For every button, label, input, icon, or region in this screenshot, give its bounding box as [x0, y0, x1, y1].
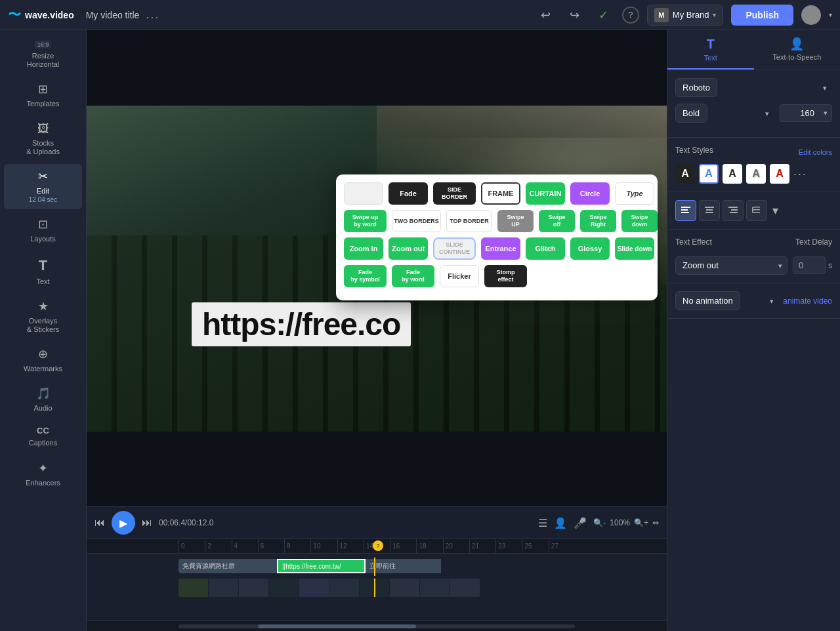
font-family-select[interactable]: Roboto	[675, 78, 717, 97]
skip-back-icon[interactable]: ⏮	[94, 517, 105, 529]
effect-fade-by-symbol[interactable]: Fadeby symbol	[344, 265, 387, 287]
animate-row: No animation animate video	[675, 291, 832, 310]
effect-side-border[interactable]: SIDEBORDER	[433, 182, 476, 205]
sidebar-item-text[interactable]: T Text	[4, 252, 82, 291]
effect-type[interactable]: Type	[615, 182, 654, 205]
sidebar-item-audio[interactable]: 🎵 Audio	[4, 381, 82, 418]
avatar[interactable]	[801, 5, 821, 25]
sidebar-item-watermarks[interactable]: ⊕ Watermarks	[4, 342, 82, 378]
line-spacing-button[interactable]	[746, 200, 767, 221]
animate-video-link[interactable]: animate video	[783, 296, 832, 306]
effect-swipe-off[interactable]: Swipeoff	[539, 210, 575, 232]
tab-text[interactable]: T Text	[667, 30, 754, 70]
canvas-container[interactable]: https://free.co Fade SIDEBORDER FRAME CU…	[87, 30, 667, 506]
effect-curtain[interactable]: CURTAIN	[526, 182, 565, 205]
publish-button[interactable]: Publish	[731, 5, 793, 26]
sidebar-item-stocks[interactable]: 🖼 Stocks& Uploads	[4, 117, 82, 161]
scrollbar-thumb[interactable]	[258, 624, 417, 628]
layouts-icon: ⊡	[38, 217, 48, 232]
effect-swipe-right[interactable]: SwipeRight	[580, 210, 616, 232]
text-seg-3[interactable]: 立即前往	[366, 559, 441, 573]
effect-slide-down[interactable]: Slide down	[615, 237, 654, 260]
effect-swipe-up[interactable]: SwipeUP	[497, 210, 534, 232]
sidebar-item-layouts[interactable]: ⊡ Layouts	[4, 212, 82, 249]
font-size-chevron[interactable]: ▾	[820, 109, 831, 117]
timeline-controls: ⏮ ▶ ⏭ 00:06.4/00:12.0 ☰ 👤 🎤 🔍- 100% 🔍+ ⇔	[87, 507, 667, 539]
edit-colors-link[interactable]: Edit colors	[799, 148, 832, 156]
scrollbar-track[interactable]	[178, 624, 575, 628]
mic-icon[interactable]: 🎤	[574, 517, 587, 529]
subtitle-icon[interactable]: ☰	[538, 517, 547, 529]
effect-top-border[interactable]: TOP BORDER	[446, 210, 492, 232]
effect-two-borders[interactable]: TWO BORDERS	[392, 210, 441, 232]
tts-tab-icon: 👤	[789, 37, 804, 51]
svg-rect-10	[753, 209, 760, 211]
effect-entrance[interactable]: Entrance	[481, 237, 520, 260]
text-seg-1[interactable]: 免費資源網路社群	[178, 559, 277, 573]
effect-circle[interactable]: Circle	[570, 182, 610, 205]
style-swatch-5[interactable]: A	[770, 164, 789, 184]
font-weight-select[interactable]: Bold	[675, 104, 707, 123]
align-right-button[interactable]	[723, 200, 744, 221]
ruler-mark: 25	[522, 539, 548, 554]
delay-input[interactable]	[793, 256, 826, 274]
effect-slide-continue[interactable]: SLIDECONTINUE	[433, 237, 476, 260]
align-left-button[interactable]	[675, 200, 696, 221]
video-title[interactable]: My video title	[86, 10, 140, 20]
timeline-scrollbar[interactable]	[87, 621, 667, 631]
style-swatch-3[interactable]: A	[723, 164, 742, 184]
effect-glossy[interactable]: Glossy	[570, 237, 610, 260]
tab-tts[interactable]: 👤 Text-to-Speech	[754, 30, 840, 70]
skip-forward-icon[interactable]: ⏭	[142, 517, 152, 529]
fit-icon[interactable]: ⇔	[652, 518, 659, 527]
svg-rect-8	[730, 212, 738, 213]
sidebar: 16:9 ResizeHorizontal ⊞ Templates 🖼 Stoc…	[0, 30, 87, 631]
align-center-button[interactable]	[699, 200, 720, 221]
sidebar-item-edit[interactable]: ✂ Edit12.04 sec	[4, 164, 82, 209]
brand-selector[interactable]: M My Brand ▾	[647, 5, 724, 26]
effect-select-wrapper: Zoom out	[675, 256, 788, 275]
style-swatch-2[interactable]: A	[699, 164, 719, 184]
text-seg-2[interactable]: ||https://free.com.tw/	[277, 559, 366, 573]
tts-icon[interactable]: 👤	[554, 517, 567, 529]
effect-zoom-in[interactable]: Zoom in	[344, 237, 383, 260]
ruler-marks: 0 2 4 6 8 10 12 14 ? 16 18 20 21 23 25 2…	[178, 539, 575, 554]
font-size-input[interactable]	[780, 105, 820, 121]
sidebar-item-enhancers[interactable]: ✦ Enhancers	[4, 456, 82, 493]
sidebar-item-templates[interactable]: ⊞ Templates	[4, 77, 82, 113]
zoom-out-icon[interactable]: 🔍-	[593, 518, 606, 527]
sidebar-item-captions[interactable]: CC Captions	[4, 420, 82, 453]
sidebar-label-resize: ResizeHorizontal	[27, 52, 60, 69]
tts-tab-label: Text-to-Speech	[772, 53, 821, 61]
undo-button[interactable]: ↩	[536, 5, 556, 26]
effect-swipe-down[interactable]: Swipedown	[621, 210, 658, 232]
effect-fade-by-word[interactable]: Fadeby word	[392, 265, 434, 287]
style-swatch-4[interactable]: A	[746, 164, 766, 184]
effect-select[interactable]: Zoom out	[675, 256, 788, 275]
effect-none[interactable]	[344, 182, 383, 205]
filmstrip-cell	[450, 579, 480, 597]
ruler-mark: 16	[390, 539, 416, 554]
style-swatch-1[interactable]: A	[675, 164, 695, 184]
more-align-icon[interactable]: ▾	[770, 203, 781, 218]
effect-frame[interactable]: FRAME	[481, 182, 520, 205]
effect-flicker[interactable]: Flicker	[440, 265, 479, 287]
redo-button[interactable]: ↪	[564, 5, 585, 26]
effect-fade[interactable]: Fade	[388, 182, 428, 205]
help-button[interactable]: ?	[622, 7, 639, 24]
track-body-video[interactable]	[178, 579, 667, 597]
zoom-in-icon[interactable]: 🔍+	[634, 518, 648, 527]
effect-swipe-up-word[interactable]: Swipe upby word	[344, 210, 387, 232]
sidebar-item-overlays[interactable]: ★ Overlays& Stickers	[4, 294, 82, 339]
avatar-caret-icon[interactable]: ▾	[829, 11, 832, 18]
animate-select[interactable]: No animation	[675, 291, 740, 310]
effect-zoom-out[interactable]: Zoom out	[388, 237, 428, 260]
more-options-icon[interactable]: ...	[146, 8, 159, 22]
playhead-marker[interactable]: ?	[373, 540, 383, 551]
track-body-text[interactable]: 免費資源網路社群 ||https://free.com.tw/ 立即前往	[178, 558, 667, 576]
play-button[interactable]: ▶	[112, 511, 135, 535]
effect-stomp[interactable]: Stompeffect	[484, 265, 527, 287]
effect-glitch[interactable]: Glitch	[526, 237, 565, 260]
sidebar-item-resize[interactable]: 16:9 ResizeHorizontal	[4, 35, 82, 74]
more-styles-icon[interactable]: ···	[793, 167, 807, 181]
